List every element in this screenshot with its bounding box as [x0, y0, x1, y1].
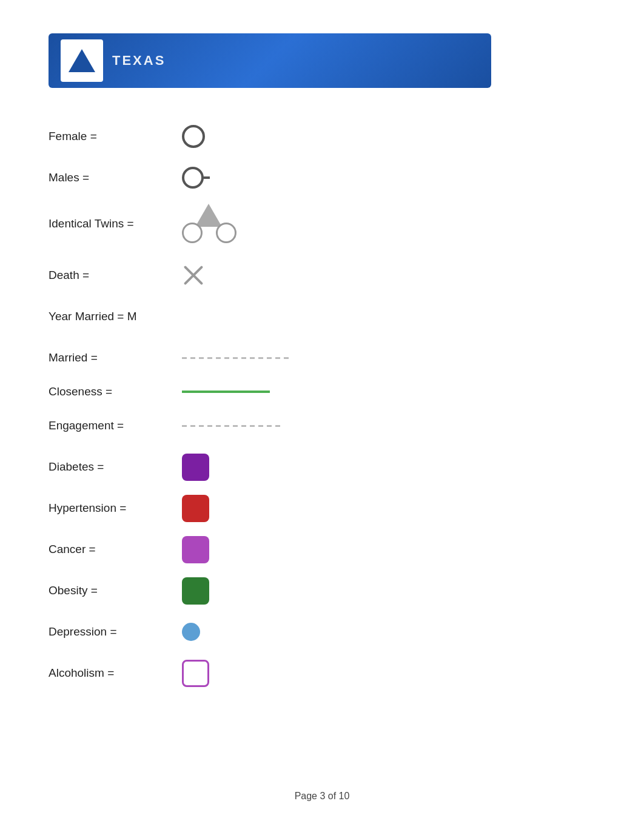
- hypertension-symbol-icon: [182, 495, 209, 522]
- legend-section: Female = Males = Identical Twins = Death…: [49, 121, 644, 699]
- closeness-label: Closeness =: [49, 385, 182, 398]
- male-label: Males =: [49, 171, 182, 184]
- married-line-icon: [182, 357, 291, 359]
- header-banner: TEXAS: [49, 33, 491, 88]
- female-symbol-icon: [182, 125, 205, 148]
- legend-item-obesity: Obesity =: [49, 575, 644, 606]
- diabetes-label: Diabetes =: [49, 460, 182, 474]
- legend-item-married: Married =: [49, 343, 644, 373]
- cancer-symbol-icon: [182, 536, 209, 563]
- twins-symbol-icon: [182, 204, 236, 243]
- page-number: Page 3 of 10: [295, 791, 350, 801]
- legend-item-diabetes: Diabetes =: [49, 452, 644, 482]
- married-label: Married =: [49, 351, 182, 364]
- engagement-line-icon: [182, 425, 282, 427]
- obesity-label: Obesity =: [49, 584, 182, 597]
- header-title: TEXAS: [112, 53, 166, 69]
- legend-item-twins: Identical Twins =: [49, 204, 644, 243]
- engagement-label: Engagement =: [49, 419, 182, 432]
- cancer-label: Cancer =: [49, 543, 182, 556]
- depression-label: Depression =: [49, 625, 182, 639]
- year-married-label: Year Married = M: [49, 310, 182, 323]
- alcoholism-label: Alcoholism =: [49, 666, 182, 680]
- legend-item-female: Female =: [49, 121, 644, 152]
- closeness-line-icon: [182, 391, 270, 393]
- obesity-symbol-icon: [182, 577, 209, 605]
- legend-item-alcoholism: Alcoholism =: [49, 658, 644, 688]
- twins-triangle-icon: [195, 204, 222, 227]
- legend-item-year-married: Year Married = M: [49, 301, 644, 332]
- diabetes-symbol-icon: [182, 454, 209, 481]
- header-logo: [61, 39, 103, 82]
- depression-symbol-icon: [182, 623, 200, 641]
- death-symbol-icon: [182, 264, 205, 287]
- logo-triangle-icon: [69, 49, 95, 72]
- hypertension-label: Hypertension =: [49, 501, 182, 515]
- death-label: Death =: [49, 269, 182, 282]
- legend-item-hypertension: Hypertension =: [49, 493, 644, 523]
- twins-label: Identical Twins =: [49, 217, 182, 230]
- twins-circle-left-icon: [182, 223, 203, 243]
- twins-circle-right-icon: [216, 223, 236, 243]
- legend-item-depression: Depression =: [49, 617, 644, 647]
- legend-item-male: Males =: [49, 163, 644, 193]
- male-symbol-icon: [182, 167, 204, 189]
- female-label: Female =: [49, 130, 182, 143]
- legend-item-death: Death =: [49, 260, 644, 290]
- legend-item-cancer: Cancer =: [49, 534, 644, 565]
- legend-item-engagement: Engagement =: [49, 411, 644, 441]
- legend-item-closeness: Closeness =: [49, 377, 644, 407]
- alcoholism-symbol-icon: [182, 660, 209, 687]
- page-footer: Page 3 of 10: [295, 791, 350, 802]
